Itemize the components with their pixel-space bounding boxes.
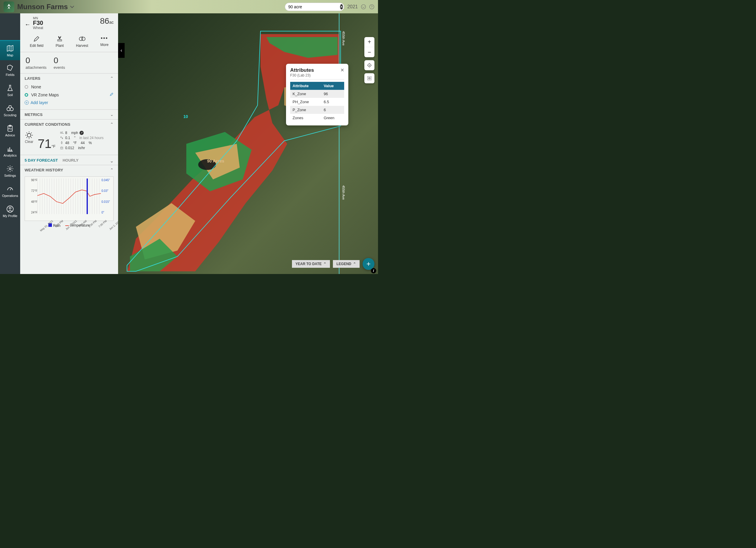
locate-button[interactable] <box>364 60 374 70</box>
attributes-popup: Attributes F30 (Lab 23) ✕ AttributeValue… <box>286 64 348 126</box>
current-temp: 71°F <box>38 131 55 150</box>
popup-title: Attributes <box>290 67 314 73</box>
harvest-icon <box>78 35 86 42</box>
field-acres: 86ac <box>100 16 114 26</box>
layers-header[interactable]: LAYERS ⌃ <box>20 74 118 83</box>
svg-point-0 <box>361 4 366 9</box>
map-info-button[interactable]: i <box>371 268 376 274</box>
collapse-panel-button[interactable]: ‹ <box>118 43 125 58</box>
radio-icon <box>25 85 28 89</box>
field-panel: ← MN F30 Wheat 86ac Edit field Plant Har… <box>20 13 118 274</box>
svg-point-19 <box>369 65 370 66</box>
conditions-header[interactable]: CURRENT CONDITIONS ⌃ <box>20 120 118 129</box>
map-road-line <box>339 13 339 274</box>
events-stat[interactable]: 0 events <box>54 56 65 70</box>
svg-point-1 <box>362 6 363 7</box>
plant-button[interactable]: Plant <box>55 35 64 48</box>
harvest-button[interactable]: Harvest <box>76 35 88 48</box>
svg-point-2 <box>364 6 365 7</box>
chevron-down-icon: ⌄ <box>110 112 114 117</box>
chevron-up-icon: ⌃ <box>110 168 114 172</box>
app-logo[interactable] <box>4 1 14 12</box>
road-label-top: 455th Ave <box>342 31 345 46</box>
sidebar-item-advice[interactable]: Rx Advice <box>0 121 20 141</box>
svg-point-6 <box>10 108 13 111</box>
x-axis-labels: May 31, 20217:00 PMJun 1, 20217:00 AM1:0… <box>36 220 101 223</box>
field-crop: Wheat <box>33 26 100 30</box>
svg-text:?: ? <box>371 5 373 8</box>
table-row: PH_Zone6.5 <box>290 98 344 106</box>
flask-icon <box>6 84 14 92</box>
table-row: ZonesGreen <box>290 114 344 122</box>
chevron-up-icon: ⌃ <box>110 122 114 127</box>
wind-direction-icon: ↗ <box>80 131 84 135</box>
forecast-tabs: 5 DAY FORECAST HOURLY ⌄ <box>20 155 118 165</box>
svg-point-10 <box>9 168 11 170</box>
sidebar-item-scouting[interactable]: Scouting <box>0 101 20 121</box>
help-icon[interactable]: ? <box>369 4 374 9</box>
y-axis-left: 96°F72°F48°F24°F <box>27 179 37 214</box>
radio-selected-icon <box>25 93 28 97</box>
svg-point-15 <box>27 134 31 137</box>
chart-plot-area <box>37 179 101 214</box>
rain-icon <box>60 136 64 140</box>
plus-circle-icon: + <box>25 101 29 105</box>
sidebar-item-profile[interactable]: My Profile <box>0 201 20 222</box>
history-header[interactable]: WEATHER HISTORY ⌃ <box>20 165 118 175</box>
bounds-icon <box>367 76 372 81</box>
field-icon <box>6 64 14 72</box>
clear-search-icon[interactable]: ✕ <box>340 4 343 9</box>
sidebar-item-fields[interactable]: Fields <box>0 60 20 80</box>
layer-none[interactable]: None <box>25 83 114 91</box>
farm-name: Munson Farms <box>17 3 68 11</box>
svg-point-12 <box>9 207 11 209</box>
field-name: F30 <box>33 20 100 26</box>
table-row: P_Zone6 <box>290 106 344 114</box>
attachments-stat[interactable]: 0 attachments <box>26 56 47 70</box>
zoom-in-button[interactable]: + <box>364 37 374 47</box>
year-to-date-button[interactable]: YEAR TO DATE ⌃ <box>292 260 330 268</box>
sidebar-item-analytics[interactable]: Analytics <box>0 141 20 161</box>
sidebar-item-operations[interactable]: Operations <box>0 181 20 201</box>
chevron-down-icon <box>70 5 74 9</box>
search-box[interactable]: ✕ <box>285 3 344 11</box>
chevron-down-icon: ⌄ <box>110 158 114 164</box>
back-button[interactable]: ← <box>25 21 31 28</box>
legend-button[interactable]: LEGEND ⌃ <box>333 260 360 268</box>
profile-icon <box>6 205 14 213</box>
tab-5day[interactable]: 5 DAY FORECAST <box>25 158 58 164</box>
topbar: Munson Farms ✕ 2021 ? <box>0 0 378 13</box>
attributes-table: AttributeValue K_Zone96 PH_Zone6.5 P_Zon… <box>290 82 344 122</box>
sun-icon <box>25 131 34 140</box>
close-popup-button[interactable]: ✕ <box>340 67 344 73</box>
chevron-up-icon: ⌃ <box>323 262 326 266</box>
chevron-up-icon: ⌃ <box>353 262 356 266</box>
svg-point-14 <box>82 37 85 41</box>
more-icon: ••• <box>101 35 108 42</box>
map-label-10: 10 <box>183 114 188 119</box>
tab-hourly[interactable]: HOURLY <box>63 158 79 164</box>
edit-field-button[interactable]: Edit field <box>30 35 43 48</box>
year-selector[interactable]: 2021 <box>347 4 358 9</box>
layer-vr-zone[interactable]: VR Zone Maps <box>25 91 114 99</box>
metrics-header[interactable]: METRICS ⌄ <box>20 110 118 119</box>
fit-bounds-button[interactable] <box>364 73 374 83</box>
sidebar-item-map[interactable]: Map <box>0 40 20 60</box>
map-view[interactable]: ‹ 10 90 Acres 455th Ave 455th Ave + − At… <box>118 13 378 274</box>
crosshair-icon <box>367 63 372 68</box>
plant-icon <box>55 35 64 42</box>
farm-title[interactable]: Munson Farms <box>17 3 285 11</box>
sidebar-item-settings[interactable]: Settings <box>0 161 20 181</box>
evaporation-icon <box>60 146 64 150</box>
edit-layer-icon[interactable] <box>109 92 114 97</box>
sidebar-item-soil[interactable]: Soil <box>0 80 20 101</box>
svg-point-5 <box>7 108 10 111</box>
add-layer-button[interactable]: + Add layer <box>25 99 114 107</box>
weather-history-chart[interactable]: 96°F72°F48°F24°F 0.045"0.03"0.015"0" May… <box>25 177 114 221</box>
more-button[interactable]: ••• More <box>100 35 108 48</box>
map-icon <box>6 45 14 52</box>
feedback-icon[interactable] <box>361 4 366 9</box>
zoom-out-button[interactable]: − <box>364 47 374 57</box>
search-input[interactable] <box>288 4 340 9</box>
pencil-icon <box>32 35 41 42</box>
